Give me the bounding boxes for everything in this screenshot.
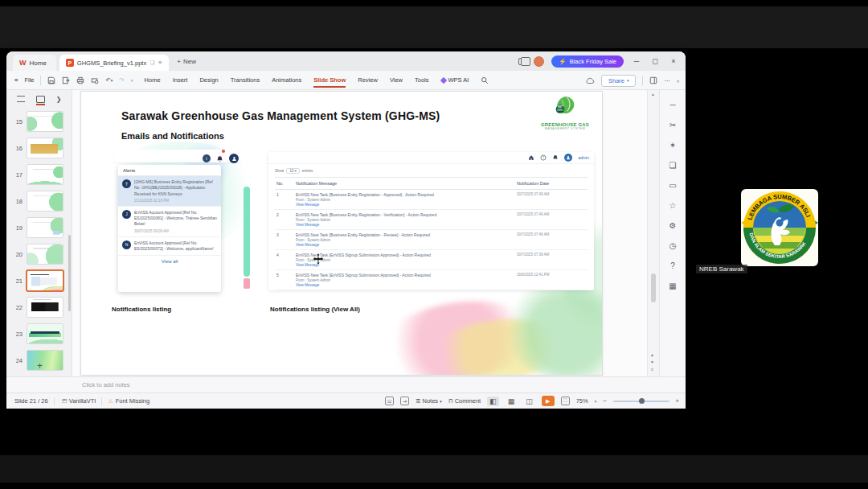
slide-thumbnail[interactable] [27, 323, 63, 344]
menu-item[interactable]: Slide Show [313, 75, 346, 85]
help-icon[interactable]: ? [540, 154, 547, 162]
bell-icon[interactable] [216, 151, 223, 166]
thumbnail-scrollbar[interactable] [68, 235, 71, 311]
promo-button[interactable]: ⚡ Black Friday Sale [551, 55, 624, 68]
slide-thumbnail[interactable] [27, 217, 63, 238]
previous-slide-button[interactable]: ▲ [650, 352, 654, 357]
comment-button[interactable]: ⊓ Comment [448, 397, 481, 405]
slide-sorter-view-button[interactable]: ▦ [506, 397, 518, 406]
fit-slide-icon[interactable]: ⛶ [561, 397, 570, 405]
tab-layout-icon[interactable] [518, 58, 526, 65]
search-icon[interactable] [481, 76, 489, 84]
file-menu[interactable]: File [24, 76, 34, 84]
print-icon[interactable] [76, 76, 84, 84]
favorites-icon[interactable]: ☆ [668, 200, 678, 210]
view-message-link[interactable]: View Message [296, 263, 512, 267]
alert-item[interactable]: T [GHG-MS] Business Entity Registration … [118, 176, 221, 207]
menu-item[interactable]: Insert [173, 75, 188, 85]
apps-grid-icon[interactable]: ▦ [668, 281, 678, 290]
menu-item[interactable]: Tools [415, 75, 429, 85]
reading-view-button[interactable]: ◫ [523, 397, 535, 406]
view-message-link[interactable]: View Message [296, 223, 512, 227]
menu-item[interactable]: Design [199, 75, 218, 85]
slide-nav-menu-icon[interactable]: ≡ [650, 367, 654, 372]
home-icon[interactable] [528, 154, 534, 162]
table-row[interactable]: 2 EnViSS New Task [Business Entity Regis… [275, 210, 588, 230]
canvas-scrollbar[interactable]: ▲ ▲ ▼ ≡ [647, 90, 659, 376]
alert-item[interactable]: J EnViSS Account Approved [Ref No. ES/20… [118, 207, 221, 237]
wps-home-tab[interactable]: W Home [13, 55, 56, 71]
cloud-sync-icon[interactable] [585, 77, 595, 84]
comment-pane-icon[interactable]: ▭ [668, 180, 678, 190]
collapse-pane-icon[interactable]: ─ [668, 100, 678, 109]
save-icon[interactable] [47, 76, 55, 84]
next-slide-button[interactable]: ▼ [650, 360, 654, 364]
view-message-link[interactable]: View Message [296, 283, 512, 287]
alert-item[interactable]: N EnViSS Account Approved [Ref No. ES/20… [118, 237, 221, 257]
settings-icon[interactable]: ⚙ [668, 220, 678, 230]
slide-thumbnail[interactable] [27, 350, 63, 371]
spellcheck-icon[interactable]: ⊡ [385, 397, 394, 405]
slide-thumbnail-row[interactable]: 23 [11, 323, 63, 344]
slide[interactable]: Sarawak Greenhouse Gas Management System… [80, 91, 603, 376]
maximize-button[interactable]: ◻ [649, 57, 661, 65]
help-icon[interactable]: ? [668, 261, 678, 270]
zoom-slider[interactable] [613, 401, 669, 402]
admin-avatar-icon[interactable] [564, 154, 572, 162]
slide-thumbnail[interactable] [27, 270, 63, 291]
slide-thumbnail[interactable] [27, 164, 63, 185]
theme-name[interactable]: VanillaVTI [69, 397, 96, 405]
zoom-level[interactable]: 75% [576, 397, 588, 405]
add-slide-button[interactable]: + [37, 360, 43, 372]
menu-item[interactable]: View [390, 75, 403, 85]
undo-button[interactable]: ↶▾ [105, 76, 113, 84]
zoom-chevron-icon[interactable]: ▾ [595, 399, 597, 404]
zoom-in-button[interactable]: + [676, 397, 679, 405]
slide-thumbnail-row[interactable]: 17 [11, 164, 63, 185]
slide-thumbnail[interactable] [27, 138, 63, 158]
outline-view-icon[interactable] [17, 96, 25, 102]
collapse-panel-icon[interactable]: ❯ [56, 96, 62, 103]
slide-thumbnail[interactable] [27, 111, 63, 132]
slide-thumbnail-row[interactable]: 20 [11, 244, 63, 265]
export-icon[interactable] [62, 76, 70, 84]
menu-item[interactable]: Animations [272, 75, 301, 85]
slideshow-play-button[interactable]: ▶ [542, 396, 555, 406]
slide-thumbnail-row[interactable]: 16 [11, 138, 63, 158]
info-icon[interactable]: i [203, 154, 211, 162]
font-missing-label[interactable]: Font Missing [116, 397, 150, 405]
table-row[interactable]: 3 EnViSS New Task [Business Entity Regis… [275, 230, 588, 250]
slide-thumbnail-row[interactable]: 22 [11, 297, 63, 318]
task-pane-icon[interactable] [649, 76, 657, 84]
toolbar-expand-icon[interactable]: ▿ [131, 77, 133, 83]
handout-icon[interactable]: ⇥ [400, 397, 409, 405]
close-button[interactable]: × [668, 57, 679, 65]
hamburger-menu-icon[interactable]: ≡ [14, 76, 18, 84]
slide-thumbnail[interactable] [27, 297, 63, 318]
user-avatar-icon[interactable] [229, 154, 239, 163]
view-message-link[interactable]: View Message [296, 203, 512, 207]
scrollbar-thumb[interactable] [651, 273, 656, 302]
slide-thumbnail-row[interactable]: 15 [11, 111, 63, 132]
minimize-button[interactable]: ─ [631, 57, 642, 65]
print-preview-icon[interactable] [91, 76, 99, 84]
animation-icon[interactable]: ✶ [668, 140, 678, 150]
menu-item[interactable]: Transitions [231, 75, 260, 85]
document-tab[interactable]: P GHGMS_Briefing_v1.pptx ❏ ✳ [59, 55, 169, 71]
slide-thumbnail[interactable] [27, 191, 63, 212]
scroll-up-arrow[interactable]: ▲ [651, 92, 655, 97]
account-avatar[interactable] [534, 56, 544, 67]
more-options-icon[interactable]: ⋯ [664, 77, 670, 84]
objects-icon[interactable]: ❏ [668, 160, 678, 170]
zoom-slider-handle[interactable] [639, 398, 645, 404]
menu-item[interactable]: Review [358, 75, 378, 85]
redo-button[interactable]: ↷ [119, 76, 124, 84]
wps-ai-button[interactable]: WPS AI [441, 76, 469, 84]
table-row[interactable]: 5 EnViSS New Task [EnViSS Signup Submiss… [275, 270, 588, 290]
new-tab-button[interactable]: + New [177, 58, 196, 65]
zoom-out-button[interactable]: − [603, 397, 606, 405]
menu-item[interactable]: Home [145, 75, 161, 85]
view-all-link[interactable]: View all [118, 256, 221, 267]
normal-view-button[interactable]: ◧ [487, 397, 499, 406]
slide-thumbnail-row[interactable]: 19 [11, 217, 63, 238]
